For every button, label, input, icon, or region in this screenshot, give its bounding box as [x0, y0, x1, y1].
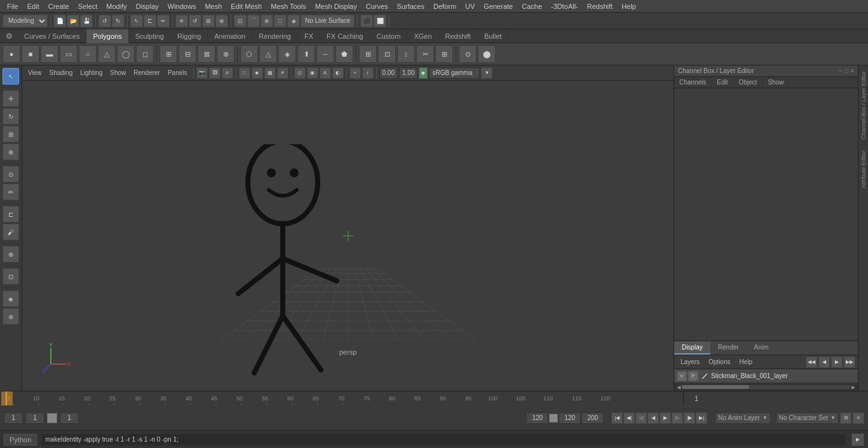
menu-windows[interactable]: Windows — [163, 1, 201, 11]
show-manip-btn[interactable]: ⊗ — [3, 144, 19, 160]
rotate-btn[interactable]: ↺ — [189, 15, 201, 27]
vp-hud-btn[interactable]: i — [362, 67, 374, 79]
select-btn[interactable]: ↖ — [130, 15, 143, 27]
shelf-gear-icon[interactable]: ⚙ — [3, 30, 15, 43]
menu-cache[interactable]: Cache — [517, 1, 546, 11]
menu-display[interactable]: Display — [132, 1, 163, 11]
range-end-input2[interactable] — [559, 412, 581, 424]
poly-torus-icon[interactable]: ○ — [79, 45, 97, 63]
command-line[interactable]: makeIdentity -apply true -t 1 -r 1 -s 1 … — [41, 433, 846, 446]
save-btn[interactable]: 💾 — [80, 15, 93, 27]
poly-cone-icon[interactable]: △ — [98, 45, 116, 63]
lasso-tool-btn[interactable]: ⊏ — [3, 206, 19, 222]
soft-select-icon[interactable]: ⊙ — [459, 45, 477, 63]
layer-p-btn[interactable]: P — [688, 371, 698, 381]
vp-wireframe-btn[interactable]: □ — [239, 67, 250, 79]
play-fwd-btn[interactable]: ▶ — [660, 412, 671, 424]
menu-curves[interactable]: Curves — [362, 1, 393, 11]
cb-scroll-left[interactable]: ◀ — [675, 384, 682, 390]
menu-3dtoa[interactable]: -3DtoAll- — [546, 1, 583, 11]
vp-xray-btn[interactable]: ◎ — [294, 67, 306, 79]
cb-tab-show[interactable]: Show — [763, 77, 789, 88]
layers-arrow-left-btn[interactable]: ◀◀ — [806, 356, 817, 368]
play-back-btn[interactable]: ◀ — [648, 412, 659, 424]
vp-light-btn[interactable]: ☀ — [277, 67, 288, 79]
vp-gamma-dropdown[interactable]: ▼ — [481, 67, 492, 79]
menu-help[interactable]: Help — [617, 1, 641, 11]
layers-menu-options[interactable]: Options — [705, 358, 734, 365]
max-end-input[interactable] — [581, 412, 604, 424]
menu-modify[interactable]: Modify — [102, 1, 131, 11]
snap-curve-btn[interactable]: ⌒ — [247, 15, 260, 27]
menu-surfaces[interactable]: Surfaces — [393, 1, 429, 11]
lasso-btn[interactable]: ⊏ — [144, 15, 156, 27]
rotate-tool-btn[interactable]: ↻ — [3, 108, 19, 125]
poly-pipe-icon[interactable]: ◻ — [136, 45, 154, 63]
shelf-tab-polygons[interactable]: Polygons — [86, 29, 128, 43]
mode-dropdown[interactable]: Modeling — [3, 15, 48, 27]
step-fwd-btn[interactable]: |▶ — [684, 412, 695, 424]
move-tool-btn[interactable]: ✛ — [3, 90, 19, 107]
split-poly-icon[interactable]: ✂ — [416, 45, 434, 63]
snap-together-btn[interactable]: ⊛ — [3, 308, 19, 325]
smooth-icon[interactable]: ⬡ — [240, 45, 258, 63]
cb-minimize-btn[interactable]: − — [839, 67, 843, 74]
cb-tab-channels[interactable]: Channels — [674, 77, 712, 88]
vp-camera-btn[interactable]: 📷 — [196, 67, 208, 79]
show-manipulator-btn[interactable]: ⊕ — [3, 246, 19, 262]
vp-manip-btn[interactable]: + — [349, 67, 361, 79]
python-mode-label[interactable]: Python — [4, 434, 37, 445]
snap-view-btn[interactable]: □ — [274, 15, 287, 27]
go-start-btn[interactable]: |◀ — [611, 412, 623, 424]
extrude-icon[interactable]: ⬆ — [297, 45, 315, 63]
bevel-icon[interactable]: ⬟ — [336, 45, 353, 63]
shelf-tab-sculpting[interactable]: Sculpting — [129, 29, 171, 43]
offset-loop-icon[interactable]: ⊡ — [378, 45, 396, 63]
menu-deform[interactable]: Deform — [429, 1, 461, 11]
bridge-icon[interactable]: ↔ — [316, 45, 334, 63]
menu-mesh-tools[interactable]: Mesh Tools — [266, 1, 310, 11]
vp-view-menu[interactable]: View — [25, 69, 45, 76]
menu-uv[interactable]: UV — [461, 1, 479, 11]
shelf-tab-fx[interactable]: FX — [298, 29, 320, 43]
cb-close-btn[interactable]: × — [850, 67, 854, 74]
edge-tab-channelbox[interactable]: Channel Box / Layer Editor — [858, 65, 868, 145]
redo-btn[interactable]: ↻ — [112, 15, 125, 27]
new-scene-btn[interactable]: 📄 — [53, 15, 66, 27]
extract-icon[interactable]: ⊠ — [198, 45, 215, 63]
open-btn[interactable]: 📂 — [67, 15, 79, 27]
ipr-btn[interactable]: ⬜ — [374, 15, 386, 27]
menu-mesh-display[interactable]: Mesh Display — [311, 1, 362, 11]
snap-grid-btn[interactable]: ⊡ — [234, 15, 247, 27]
move-btn[interactable]: ✛ — [175, 15, 188, 27]
connect-icon[interactable]: ⊞ — [435, 45, 453, 63]
char-set-btn1[interactable]: ⚙ — [840, 412, 851, 424]
scale-btn[interactable]: ⊞ — [202, 15, 215, 27]
separate-icon[interactable]: ⊟ — [179, 45, 196, 63]
frame-input-mid[interactable] — [25, 412, 44, 424]
vp-shading-menu[interactable]: Shading — [46, 69, 76, 76]
vp-show-menu[interactable]: Show — [107, 69, 129, 76]
go-end-btn[interactable]: ▶| — [696, 412, 707, 424]
layer-v-btn[interactable]: V — [677, 371, 687, 381]
layers-arrow-right2-btn[interactable]: ▶▶ — [844, 356, 855, 368]
soft-mod-btn[interactable]: ⊙ — [3, 166, 19, 182]
layer-row[interactable]: V P Stickman_Black_001_layer — [674, 369, 858, 383]
cb-scroll-thumb[interactable] — [682, 385, 749, 389]
range-end-input[interactable] — [526, 412, 548, 424]
menu-generate[interactable]: Generate — [479, 1, 517, 11]
sculpt-btn[interactable]: ✏ — [3, 184, 19, 200]
menu-edit[interactable]: Edit — [23, 1, 44, 11]
shelf-tab-curves[interactable]: Curves / Surfaces — [18, 29, 86, 43]
vp-renderer-menu[interactable]: Renderer — [130, 69, 163, 76]
cmd-enter-btn[interactable]: ▶ — [851, 433, 864, 446]
undo-btn[interactable]: ↺ — [98, 15, 111, 27]
shelf-tab-rendering[interactable]: Rendering — [252, 29, 298, 43]
vp-img-plane-btn[interactable]: 🖼 — [209, 67, 220, 79]
menu-mesh[interactable]: Mesh — [200, 1, 226, 11]
layers-arrow-left2-btn[interactable]: ◀ — [818, 356, 830, 368]
shelf-tab-redshift[interactable]: Redshift — [439, 29, 478, 43]
insert-loop-icon[interactable]: ⊞ — [359, 45, 377, 63]
vp-gamma-icon[interactable]: ◼ — [419, 67, 428, 79]
char-set-btn2[interactable]: ≡ — [853, 412, 864, 424]
